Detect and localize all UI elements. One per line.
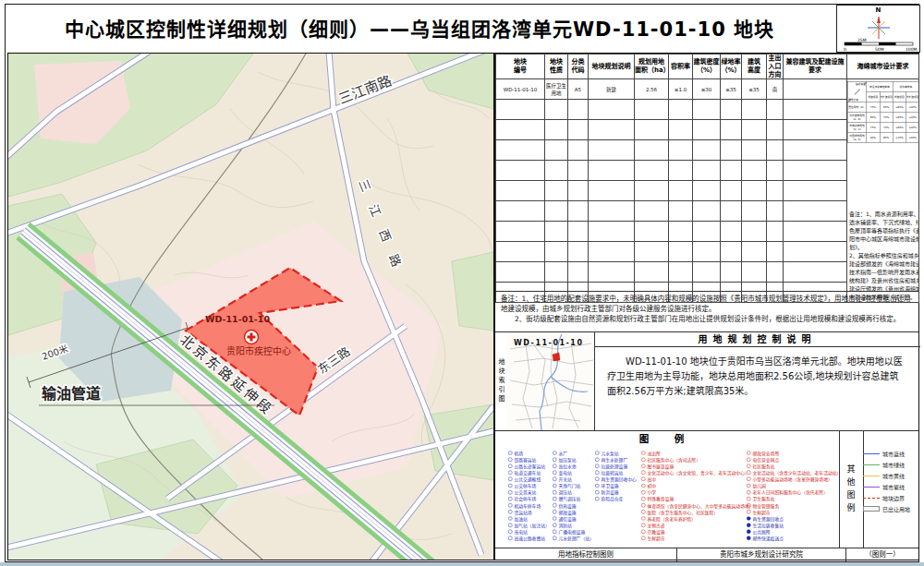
legend-item: 文物古迹	[641, 522, 754, 528]
sponge-subheader: 新建项目	[867, 91, 880, 102]
svg-text:0: 0	[844, 47, 846, 52]
title-block: 用地指标控制图则 贵阳市城乡规划设计研究院 （图则一）	[495, 548, 918, 561]
legend-item: 高中	[641, 476, 754, 482]
legend-item: 垃圾转运站	[595, 469, 637, 476]
legend-symbol-icon	[747, 457, 750, 461]
gray-box-swatch	[863, 506, 880, 512]
table-header-row: 地块 编号 地块 性质 分类 代码 地块规划说明 规划用地 面积（ha） 容积率…	[496, 54, 919, 79]
legend-symbol-icon	[595, 490, 599, 494]
sponge-corner-cell: 指标类型 用地分类	[847, 81, 867, 102]
legend-symbol-icon	[595, 477, 599, 481]
legend-item: 生活垃圾收集站	[747, 522, 840, 528]
legend-symbol-icon	[747, 490, 750, 494]
legend-item: 消防站	[553, 522, 594, 528]
legend-symbol-icon	[641, 516, 645, 520]
legend-symbol-icon	[641, 471, 645, 475]
legend-item: 加压泵站	[553, 456, 594, 463]
sponge-subheader: 改扩建项目	[906, 91, 919, 102]
sponge-data-row: 交通设施用地（S、U）75%70%≥60%≥40%	[847, 122, 918, 132]
col-header: 容积率	[669, 54, 693, 79]
control-note-body: WD-11-01-10 地块位于贵阳市乌当区洛湾单元北部。地块用地以医疗卫生用地…	[594, 347, 920, 400]
other-legend-item: 城市蓝线	[863, 448, 918, 459]
legend-item: 公共交通枢纽	[508, 476, 550, 482]
legend-item: 小学	[641, 489, 754, 496]
col-header: 地块规划说明	[589, 54, 635, 79]
legend-column-1: 机场铁路客运站公路长途客运站轨道交通车站公共交通枢纽公交停车场公交首末站社会停车…	[508, 450, 550, 541]
legend-symbol-icon	[595, 497, 599, 500]
parcel-code-label: WD-11-01-10	[205, 314, 270, 324]
index-map-drawing: WD-11-01-10	[506, 332, 594, 430]
parcel-name-label: 贵阳市疾控中心	[226, 345, 291, 356]
legend-item: 供热设施	[553, 502, 594, 509]
legend-item: 机场	[508, 450, 550, 456]
legend-symbol-icon	[508, 529, 512, 533]
legend-symbol-icon	[508, 451, 512, 454]
legend-symbol-icon	[747, 471, 750, 475]
legend-item: 通信设施	[553, 515, 594, 522]
planning-sheet: 中心城区控制性详细规划（细则）——乌当组团洛湾单元WD-11-01-10 地块 …	[0, 0, 924, 566]
legend-item: 污水泵站	[595, 450, 637, 456]
legend-item: 文化活动中心（含文化馆、青少年、老年活动中心）	[641, 469, 754, 476]
cell-class-code: A5	[568, 79, 589, 100]
legend-item: 开关站	[553, 476, 594, 482]
col-header: 兼容建筑及配建设施要求	[784, 54, 847, 79]
cell-entrance: 南	[767, 79, 784, 100]
legend-item: 社会停车场	[508, 496, 550, 502]
legend-symbol-icon	[508, 516, 512, 520]
legend-symbol-icon	[641, 510, 645, 513]
pipeline-label: 输油管道	[42, 385, 101, 403]
legend-item: 公交首末站	[508, 489, 550, 496]
svg-text:100M: 100M	[906, 47, 918, 52]
legend-symbol-icon	[641, 464, 645, 468]
sponge-data-row: 居住用地（R）75%65%≥60%≥40%	[847, 102, 918, 112]
legend-symbol-icon	[553, 510, 556, 513]
hospital-cross-icon	[245, 331, 259, 344]
legend-symbol-icon	[508, 477, 512, 481]
control-indicators-table: 地块 编号 地块 性质 分类 代码 地块规划说明 规划用地 面积（ha） 容积率…	[495, 54, 919, 303]
other-legend-item: 城市黄线	[863, 470, 918, 481]
legend-symbol-icon	[553, 490, 556, 494]
legend-item: 邮政营业场所	[747, 450, 840, 456]
legend-item: 邮件快递投送点	[747, 535, 840, 541]
green-line-swatch	[863, 464, 880, 465]
footer-sheet-no: （图则一）	[846, 548, 918, 561]
other-legend-item: 已出让用地	[863, 503, 918, 514]
other-legend-item: 城市绿线	[863, 459, 918, 470]
cell-density: ≤30	[693, 79, 721, 100]
legend-item: 再生资源回收中心	[595, 476, 637, 482]
col-header: 地块 性质	[545, 54, 568, 79]
legend-symbol-icon	[508, 503, 512, 507]
page-title: 中心城区控制性详细规划（细则）——乌当组团洛湾单元WD-11-01-10 地块	[5, 9, 834, 50]
legend-symbol-icon	[641, 490, 645, 494]
legend-item: 轨道交通车站	[508, 469, 550, 476]
footer-sheet-name: 用地指标控制图则	[495, 548, 677, 561]
legend-symbol-icon	[553, 484, 556, 488]
col-header: 建筑 高度	[742, 54, 767, 79]
legend-item: 燃气调压站	[553, 496, 594, 502]
sponge-subheader: 改扩建项目	[880, 91, 893, 102]
sponge-data-row: 公园绿地用地（G、E）90%85%≥70%≥40%	[847, 132, 918, 142]
legend-column-5: 邮政营业场所电信营业网点社区服务站文化活动站（含青少年活动站、老年活动站）小型多…	[747, 450, 840, 541]
cell-green-rate: ≥35	[721, 79, 742, 100]
legend-item: 天然气门站	[553, 482, 594, 488]
red-dash-swatch	[863, 498, 880, 499]
parcel-data-row: WD-11-01-10 医疗卫生用地 A5 新建 2.56 ≤1.0 ≤30 ≥…	[496, 79, 919, 100]
legend-item: 图书展览设施	[641, 463, 754, 469]
legend-symbol-icon	[508, 497, 512, 500]
legend-symbol-icon	[747, 510, 750, 513]
col-header: 主出 入口 方向	[767, 54, 784, 79]
legend-area: 图 例 机场铁路客运站公路长途客运站轨道交通车站公共交通枢纽公交停车场公交首末站…	[495, 431, 840, 548]
legend-symbol-icon	[553, 457, 556, 461]
other-legend-items: 城市蓝线城市绿线城市黄线城市紫线地块边界已出让用地	[863, 448, 918, 514]
scale-bar: 0 50M 100M 25M	[837, 6, 919, 52]
sponge-subheader: 新建项目	[893, 91, 906, 102]
legend-symbol-icon	[508, 464, 512, 468]
sponge-group-header: 透水铺装率	[893, 81, 918, 91]
sponge-data-row: 公共建筑用地（A、B）80%70%≥60%≥40%	[847, 112, 918, 122]
map-panel: 三江南路 三 江 西 路 东三路 北京东路延伸段 输油管道 200米 WD-11…	[7, 53, 494, 560]
other-legend-item: 城市紫线	[863, 481, 918, 492]
legend-item: 再生资源回收点	[747, 515, 840, 522]
control-note-title: 用地规划控制说明	[594, 332, 920, 347]
cell-code: WD-11-01-10	[496, 79, 545, 100]
legend-symbol-icon	[747, 536, 750, 540]
